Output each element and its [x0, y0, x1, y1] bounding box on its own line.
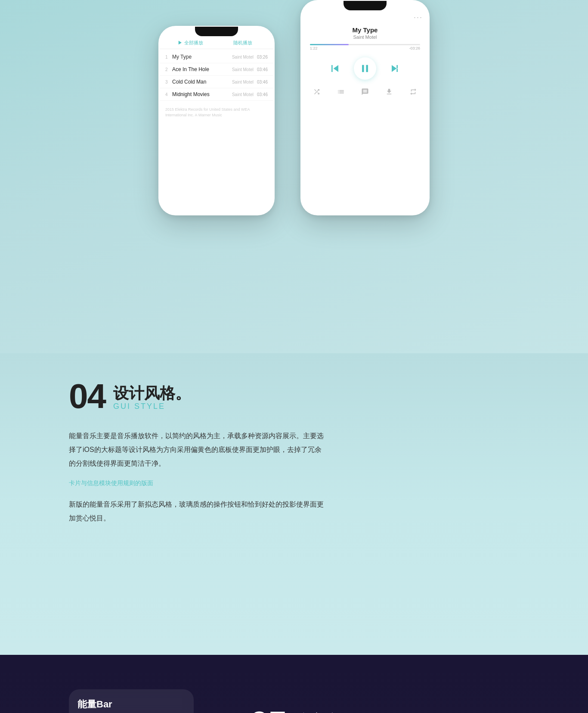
now-playing-title: My Type: [301, 23, 429, 34]
download-button[interactable]: [383, 86, 395, 98]
copyright-text: 2015 Elektra Records for United States a…: [159, 103, 274, 122]
phone-right-inner: ··· My Type Saint Motel 1:22 -03:26: [301, 10, 429, 215]
phones-row: ▶ 全部播放 随机播放 1 My Type Saint Motel 03:26 …: [0, 0, 588, 215]
lyrics-button[interactable]: [359, 86, 371, 98]
track-name-3: Cold Cold Man: [172, 79, 232, 85]
track-artist-1: Saint Motel: [232, 55, 254, 59]
section-04-title-cn: 设计风格。: [113, 386, 191, 401]
time-current: 1:22: [310, 46, 318, 50]
app-card-title: 能量Bar: [77, 698, 185, 711]
track-item-4[interactable]: 4 Midnight Movies Saint Motel 03:46: [159, 88, 274, 101]
now-playing-artist: Saint Motel: [301, 34, 429, 42]
playlist-button[interactable]: [335, 86, 347, 98]
track-name-2: Ace In The Hole: [172, 66, 232, 72]
track-name-4: Midnight Movies: [172, 91, 232, 97]
track-artist-2: Saint Motel: [232, 67, 254, 72]
track-artist-3: Saint Motel: [232, 80, 254, 84]
pause-button[interactable]: [354, 57, 376, 80]
play-all-button[interactable]: ▶ 全部播放: [164, 40, 217, 46]
track-duration-2: 03:46: [257, 67, 268, 72]
section-05-header: 05 信息布局 GUI STYLE: [250, 707, 554, 713]
next-button[interactable]: [388, 62, 402, 75]
track-item-1[interactable]: 1 My Type Saint Motel 03:26: [159, 51, 274, 63]
progress-times: 1:22 -03:26: [310, 46, 420, 50]
app-card: 能量Bar 雨夜动感 03月15日 广州艺术中心 和XXX温情享受音: [69, 689, 194, 713]
section-04-desc2: 新版的能量音乐采用了新拟态风格，玻璃质感的操作按钮和恰到好处的投影使界面更加赏心…: [69, 498, 327, 525]
phone-notch-left: [195, 27, 238, 36]
track-num-1: 1: [165, 55, 172, 59]
section-04-title-en: GUI STYLE: [113, 402, 191, 411]
track-item-2[interactable]: 2 Ace In The Hole Saint Motel 03:46: [159, 63, 274, 76]
section-04: 04 设计风格。 GUI STYLE 能量音乐主要是音乐播放软件，以简约的风格为…: [0, 353, 588, 655]
phone-left: ▶ 全部播放 随机播放 1 My Type Saint Motel 03:26 …: [158, 26, 275, 215]
progress-bar[interactable]: 1:22 -03:26: [301, 42, 429, 52]
bottom-section: 能量Bar 雨夜动感 03月15日 广州艺术中心 和XXX温情享受音: [0, 655, 588, 713]
track-num-2: 2: [165, 67, 172, 72]
phone-notch-right: [344, 1, 387, 10]
bottom-left: 能量Bar 雨夜动感 03月15日 广州艺术中心 和XXX温情享受音: [0, 689, 224, 713]
track-num-4: 4: [165, 92, 172, 97]
progress-bar-bg: [310, 44, 420, 45]
track-duration-1: 03:26: [257, 55, 268, 59]
section-04-header: 04 设计风格。 GUI STYLE: [69, 379, 519, 414]
track-num-3: 3: [165, 80, 172, 84]
top-section: ▶ 全部播放 随机播放 1 My Type Saint Motel 03:26 …: [0, 0, 588, 353]
prev-button[interactable]: [328, 62, 342, 75]
section-04-desc1: 能量音乐主要是音乐播放软件，以简约的风格为主，承载多种资源内容展示。主要选择了i…: [69, 429, 327, 470]
player-controls: [301, 52, 429, 83]
repeat-button[interactable]: [407, 86, 419, 98]
phone-top-controls: ▶ 全部播放 随机播放: [159, 36, 274, 49]
phone-left-inner: ▶ 全部播放 随机播放 1 My Type Saint Motel 03:26 …: [159, 36, 274, 215]
phone-right: ··· My Type Saint Motel 1:22 -03:26: [300, 0, 430, 215]
track-item-3[interactable]: 3 Cold Cold Man Saint Motel 03:46: [159, 76, 274, 88]
section-04-link[interactable]: 卡片与信息模块使用规则的版面: [69, 479, 153, 487]
track-duration-3: 03:46: [257, 80, 268, 84]
bottom-right: 05 信息布局 GUI STYLE 能量音乐的界面布局采用了大标题+卡片式布局的…: [224, 689, 588, 713]
track-name-1: My Type: [172, 54, 232, 60]
section-04-title-wrap: 设计风格。 GUI STYLE: [113, 386, 191, 414]
track-duration-4: 03:46: [257, 92, 268, 97]
section-04-num: 04: [69, 379, 105, 414]
track-artist-4: Saint Motel: [232, 92, 254, 97]
progress-bar-fill: [310, 44, 349, 45]
time-remaining: -03:26: [409, 46, 420, 50]
track-list: 1 My Type Saint Motel 03:26 2 Ace In The…: [159, 49, 274, 103]
player-extra: [301, 83, 429, 100]
shuffle-button[interactable]: 随机播放: [217, 40, 269, 46]
shuffle-mode-button[interactable]: [311, 86, 323, 98]
section-05-num: 05: [250, 707, 286, 713]
more-dots-icon[interactable]: ···: [414, 13, 423, 22]
